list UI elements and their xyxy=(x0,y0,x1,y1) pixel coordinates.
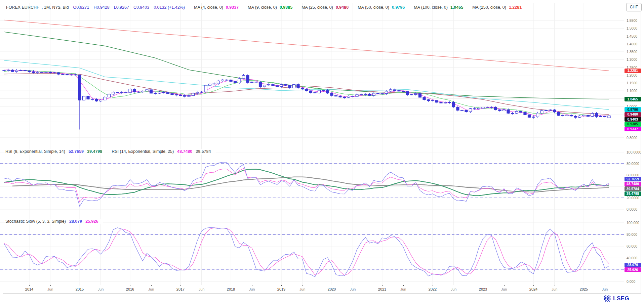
y-axis-label: 1.5000 xyxy=(627,26,637,30)
date-tickmark xyxy=(231,285,231,286)
stoch-k-line xyxy=(4,228,609,277)
date-axis-label: 2024 xyxy=(529,287,537,291)
stoch-d-line xyxy=(4,228,609,275)
date-axis-label: 2014 xyxy=(25,287,33,291)
axis-value-badge: 0.9796 xyxy=(625,107,641,112)
y-axis-label: 1.1000 xyxy=(627,89,637,93)
y-axis-label: 1.5500 xyxy=(627,18,637,23)
main-gridlines xyxy=(0,3,624,147)
date-tickmark xyxy=(101,285,101,286)
ma-line-MA(50) xyxy=(4,60,609,110)
ma-legend-item: MA (250, close, 0)1.2281 xyxy=(472,5,522,10)
rsi-header-segment: 52.7659 xyxy=(69,149,84,154)
date-tickmark xyxy=(252,285,252,286)
y-axis-label: 60.0000 xyxy=(627,173,639,177)
date-tickmark xyxy=(353,285,353,286)
y-axis-label: 1.4000 xyxy=(627,42,637,46)
rsi-header-segment: 48.7480 xyxy=(177,149,192,154)
instrument-title: FOREX EURCHF=, 1M, NY$, Bid xyxy=(6,5,69,10)
date-axis-label: Jun xyxy=(98,287,104,291)
ma-line-MA(9) xyxy=(4,71,609,116)
date-tickmark xyxy=(202,285,202,286)
date-tickmark xyxy=(555,285,555,286)
axis-value-badge: 0.9403 xyxy=(625,117,641,122)
date-axis-label: Jun xyxy=(552,287,558,291)
ma-line-MA(4) xyxy=(4,70,609,117)
date-tickmark xyxy=(584,285,584,286)
y-axis-label: 100.0000 xyxy=(627,150,641,154)
date-axis-label: 2021 xyxy=(378,287,386,291)
date-axis-line xyxy=(3,285,624,285)
date-axis-label: 2015 xyxy=(76,287,84,291)
rsi-header-segment: 39.5784 xyxy=(196,149,211,154)
date-axis-label: 2017 xyxy=(176,287,185,291)
axis-value-badge: 1.2281 xyxy=(625,69,641,73)
y-axis-label: 1.2000 xyxy=(627,73,637,77)
quote-field: L0.9267 xyxy=(114,5,129,10)
lseg-wordmark: LSEG xyxy=(613,295,629,302)
date-axis-label: 2019 xyxy=(277,287,285,291)
quote-field: 0.0132 (+1.42%) xyxy=(154,5,185,10)
date-axis-label: Jun xyxy=(451,287,457,291)
chart-app-window: FOREX EURCHF=, 1M, NY$, Bid O0.9271H0.94… xyxy=(0,0,644,304)
axis-value-badge: 52.7659 xyxy=(625,177,641,181)
date-axis-label: Jun xyxy=(199,287,205,291)
date-axis-label: 2023 xyxy=(479,287,487,291)
rsi-header: RSI (9, Exponential, Simple, 14)52.76593… xyxy=(5,149,216,155)
rsi-header-segment: RSI (9, Exponential, Simple, 14) xyxy=(5,149,65,154)
stoch-header-segment: 25.926 xyxy=(85,219,98,224)
y-axis-label: 60.000 xyxy=(627,244,637,248)
ma-line-MA(250) xyxy=(4,20,609,71)
axis-value-badge: 25.926 xyxy=(625,267,641,272)
ma-legend-item: MA (4, close, 0)0.9337 xyxy=(194,5,239,10)
stochastic-header: Stochastic Slow (5, 3, 3, Simple)28.0792… xyxy=(5,219,103,224)
date-tickmark xyxy=(382,285,383,286)
date-axis-label: Jun xyxy=(148,287,154,291)
stoch-lines xyxy=(4,228,609,277)
date-tickmark xyxy=(605,285,605,286)
y-axis-label: 0.000 xyxy=(627,279,635,284)
date-tickmark xyxy=(29,285,30,286)
currency-button[interactable]: CHF xyxy=(626,3,642,11)
ma-legend-item: MA (9, close, 0)0.9385 xyxy=(248,5,292,10)
stoch-header-segment: Stochastic Slow (5, 3, 3, Simple) xyxy=(5,219,66,224)
date-tickmark xyxy=(332,285,332,286)
rsi-slow-line xyxy=(4,168,609,202)
y-axis-label: 80.000 xyxy=(627,232,637,236)
date-tickmark xyxy=(533,285,534,286)
date-axis-label: Jun xyxy=(350,287,356,291)
ma-legend-item: MA (50, close, 0)0.9796 xyxy=(358,5,405,10)
date-axis-label: Jun xyxy=(501,287,507,291)
date-tickmark xyxy=(180,285,181,286)
date-axis-label: Jun xyxy=(602,287,608,291)
rsi-fast-ma-line xyxy=(4,169,609,196)
date-axis-label: 2025 xyxy=(580,287,588,291)
rsi-panel[interactable] xyxy=(0,147,624,217)
ma-legend: MA (4, close, 0)0.9337MA (9, close, 0)0.… xyxy=(185,5,522,10)
date-axis-label: Jun xyxy=(299,287,306,291)
date-tickmark xyxy=(50,285,51,286)
date-tickmark xyxy=(433,285,433,286)
date-axis-label: 2022 xyxy=(429,287,437,291)
axis-value-badge: 39.5784 xyxy=(625,186,641,191)
y-axis-label: 1.1500 xyxy=(627,81,637,85)
candlesticks xyxy=(3,69,610,129)
ma-legend-item: MA (25, close, 0)0.9480 xyxy=(301,5,349,10)
stoch-header-segment: 28.079 xyxy=(69,219,82,224)
quote-field: C0.9403 xyxy=(133,5,149,10)
axis-value-badge: 28.079 xyxy=(625,263,641,267)
stochastic-panel[interactable] xyxy=(0,217,624,285)
ma-line-MA(25) xyxy=(4,74,609,115)
y-axis-label: 0.8000 xyxy=(627,136,637,140)
date-tickmark xyxy=(303,285,303,286)
price-chart-panel[interactable] xyxy=(0,3,624,147)
date-axis-label: Jun xyxy=(249,287,255,291)
date-tickmark xyxy=(403,285,404,286)
y-axis-label: 1.3500 xyxy=(627,50,637,54)
axis-value-badge: 0.9337 xyxy=(625,127,641,131)
date-tickmark xyxy=(80,285,80,286)
axis-value-badge: 48.7480 xyxy=(625,182,641,186)
y-axis-label: 1.3000 xyxy=(627,57,637,61)
y-axis-label: 100.000 xyxy=(627,221,639,225)
y-axis-label: 40.000 xyxy=(627,256,637,260)
